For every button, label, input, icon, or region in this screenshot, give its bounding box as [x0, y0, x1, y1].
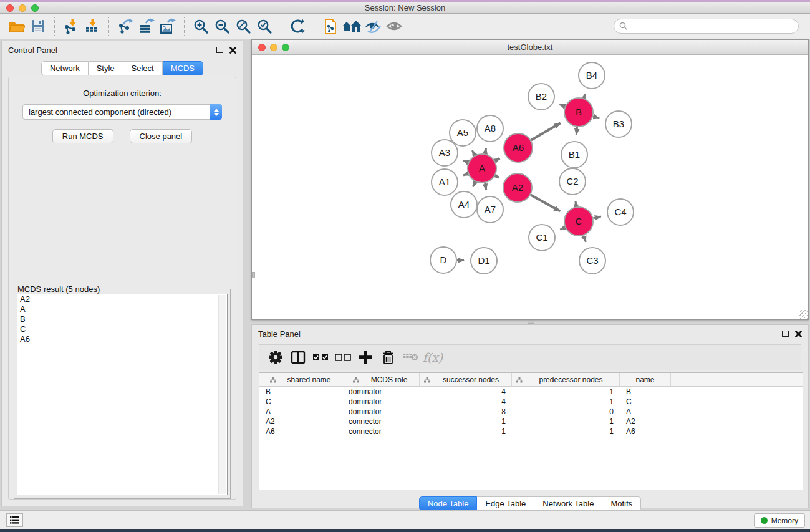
tab-select[interactable]: Select	[123, 61, 163, 75]
tab-network[interactable]: Network	[41, 61, 89, 75]
column-header-mcds-role[interactable]: MCDS role	[342, 373, 420, 386]
graph-edge-A6-B[interactable]	[531, 123, 561, 140]
close-panel-icon[interactable]	[795, 331, 802, 337]
zoom-in-button[interactable]	[190, 16, 211, 36]
network-minimize-button[interactable]	[270, 44, 277, 51]
graph-edge-A-A2[interactable]	[495, 176, 499, 178]
float-panel-icon[interactable]	[216, 47, 223, 53]
graph-edge-B-B1[interactable]	[576, 127, 577, 135]
tab-edge-table[interactable]: Edge Table	[477, 496, 534, 511]
table-row[interactable]: A6 connector 1 1 A6	[259, 427, 803, 437]
zoom-out-button[interactable]	[211, 16, 233, 36]
column-header-predecessor-nodes[interactable]: predecessor nodes	[512, 373, 620, 386]
list-item[interactable]: C	[17, 324, 227, 334]
graph-edge-C-C2[interactable]	[576, 201, 576, 207]
list-item[interactable]: A	[17, 304, 227, 314]
run-mcds-button[interactable]: Run MCDS	[52, 129, 113, 143]
show-column-button[interactable]	[287, 347, 309, 368]
table-row[interactable]: A2 connector 1 1 A2	[259, 417, 803, 427]
search-input[interactable]	[631, 22, 793, 31]
export-table-button[interactable]	[136, 16, 157, 36]
clone-network-button[interactable]	[320, 16, 341, 36]
select-stepper-icon	[210, 104, 222, 120]
table-row[interactable]: C dominator 4 1 C	[259, 397, 803, 407]
close-window-button[interactable]	[6, 4, 14, 12]
tab-node-table[interactable]: Node Table	[419, 496, 478, 511]
close-panel-button[interactable]: Close panel	[130, 129, 193, 143]
graph-edge-C-C3[interactable]	[584, 236, 586, 242]
graph-edge-A-A7[interactable]	[485, 183, 486, 190]
graph-edge-A2-C[interactable]	[531, 195, 560, 211]
checked-boxes-icon	[312, 354, 329, 361]
open-session-button[interactable]	[6, 16, 27, 36]
zoom-selected-button[interactable]	[254, 16, 275, 36]
list-item[interactable]: B	[17, 314, 227, 324]
network-zoom-button[interactable]	[282, 44, 289, 51]
apply-layout-button[interactable]	[287, 16, 308, 36]
network-canvas[interactable]: B4B2BB3A8A5A6A3B1AC2A1A2A4A7C4CC1C3DD1	[252, 55, 808, 319]
graph-edge-A-A6[interactable]	[495, 158, 500, 161]
graph-edge-A-A1[interactable]	[463, 173, 468, 175]
graph-edge-A-A5[interactable]	[472, 150, 475, 155]
column-header-successor-nodes[interactable]: successor nodes	[420, 373, 512, 386]
graph-edge-A-A8[interactable]	[485, 148, 486, 153]
graph-edge-A-A4[interactable]	[473, 182, 475, 187]
zoom-window-button[interactable]	[31, 4, 39, 12]
create-column-button[interactable]	[354, 347, 377, 368]
network-vertical-scrollbar[interactable]	[252, 272, 255, 278]
function-builder-button[interactable]: f(x)	[422, 347, 444, 368]
column-header-shared-name[interactable]: shared name	[259, 373, 342, 386]
float-panel-icon[interactable]	[782, 331, 789, 337]
select-all-rows-button[interactable]	[309, 347, 332, 368]
app-titlebar[interactable]: Session: New Session	[0, 2, 810, 14]
graph-node-label-A3: A3	[439, 147, 450, 158]
graph-edge-B-B3[interactable]	[593, 117, 599, 118]
export-network-button[interactable]	[115, 16, 136, 36]
list-item[interactable]: A6	[17, 334, 227, 344]
network-horizontal-scrollbar[interactable]	[528, 320, 534, 324]
close-panel-icon[interactable]	[229, 47, 236, 54]
delete-table-button[interactable]	[399, 347, 422, 368]
home-button[interactable]	[341, 16, 362, 36]
minimize-window-button[interactable]	[19, 4, 26, 12]
save-session-button[interactable]	[27, 16, 49, 36]
criterion-select[interactable]: largest connected component (directed)	[22, 104, 222, 120]
network-window-titlebar[interactable]: testGlobe.txt	[252, 40, 808, 55]
node-table: shared name MCDS role successor nodes pr…	[259, 372, 803, 490]
graph-edge-C-C1[interactable]	[560, 228, 565, 230]
show-graphics-button[interactable]	[383, 16, 405, 36]
column-header-name[interactable]: name	[620, 373, 671, 386]
graph-edge-A-A3[interactable]	[463, 160, 468, 163]
list-item[interactable]: A2	[17, 294, 227, 304]
graph-edge-C-C4[interactable]	[593, 216, 600, 218]
graph-edge-B-B2[interactable]	[560, 104, 565, 107]
memory-button[interactable]: Memory	[754, 513, 805, 528]
desktop-background-bottom	[0, 529, 810, 532]
mcds-result-list[interactable]: A2 A B C A6	[17, 294, 228, 495]
tab-mcds[interactable]: MCDS	[163, 61, 203, 75]
table-settings-button[interactable]	[264, 347, 287, 368]
window-resize-grip[interactable]	[799, 310, 808, 319]
deselect-all-rows-button[interactable]	[332, 347, 354, 368]
search-field[interactable]	[614, 19, 799, 34]
delete-column-button[interactable]	[377, 347, 399, 368]
memory-status-icon	[761, 517, 768, 524]
graph-node-label-A: A	[479, 163, 485, 173]
homes-icon	[342, 19, 362, 34]
tab-motifs[interactable]: Motifs	[602, 496, 641, 511]
list-scrollbar[interactable]	[218, 295, 226, 494]
graph-node-label-B1: B1	[569, 149, 580, 160]
import-network-button[interactable]	[60, 16, 82, 36]
table-row[interactable]: A dominator 8 0 A	[259, 407, 803, 417]
tab-network-table[interactable]: Network Table	[534, 496, 602, 511]
export-image-button[interactable]	[157, 16, 178, 36]
task-history-button[interactable]	[6, 513, 23, 527]
tab-style[interactable]: Style	[89, 61, 123, 75]
zoom-fit-button[interactable]	[233, 16, 254, 36]
import-table-button[interactable]	[82, 16, 103, 36]
network-graph[interactable]: B4B2BB3A8A5A6A3B1AC2A1A2A4A7C4CC1C3DD1	[252, 55, 808, 319]
graph-edge-B-B4[interactable]	[584, 94, 585, 98]
hide-graphics-button[interactable]	[362, 16, 383, 36]
network-close-button[interactable]	[258, 44, 266, 51]
table-row[interactable]: B dominator 4 1 B	[259, 387, 803, 397]
